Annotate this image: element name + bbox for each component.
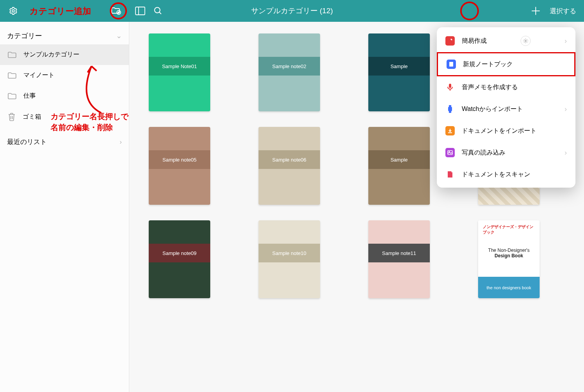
sidebar-recent-label: 最近のリスト	[7, 137, 47, 146]
sidebar-item-label: 仕事	[23, 92, 36, 100]
svg-rect-10	[449, 84, 451, 88]
notebook-sample-note06[interactable]: Sample note06	[259, 127, 320, 205]
notebook-sample-note10[interactable]: Sample note10	[259, 220, 320, 298]
note-subtitle-jp: ノンデザイナーズ・デザインブック	[483, 224, 535, 235]
settings-icon[interactable]	[8, 5, 19, 16]
notebook-sample-note02[interactable]: Sample note02	[259, 33, 320, 111]
menu-label: ドキュメントをインポート	[462, 127, 537, 135]
menu-voice-memo[interactable]: 音声メモを作成する	[437, 76, 575, 98]
note-title: Sample	[368, 57, 430, 76]
add-category-icon[interactable]	[111, 5, 121, 16]
page-title: サンプルカテゴリー (12)	[251, 6, 333, 16]
sidebar-item-label: ゴミ箱	[23, 113, 41, 121]
note-title: Sample	[368, 150, 430, 169]
menu-label: 新規ノートブック	[463, 60, 513, 69]
note-title: Sample note10	[259, 244, 320, 262]
menu-watch-import[interactable]: Watchからインポート ›	[437, 98, 575, 120]
sidebar-item-work[interactable]: 仕事	[0, 86, 129, 106]
sidebar-item-label: サンプルカテゴリー	[23, 51, 79, 59]
notebook-sample-note07[interactable]: Sample	[368, 127, 430, 205]
svg-rect-2	[135, 7, 145, 15]
sidebar-recent-list[interactable]: 最近のリスト ›	[0, 131, 129, 153]
note-title: Sample note06	[259, 150, 320, 169]
note-title: Sample note05	[149, 150, 210, 169]
menu-label: 写真の読み込み	[462, 149, 505, 157]
sidebar-heading-label: カテゴリー	[7, 31, 42, 40]
note-subtitle-en: The Non-Designer'sDesign Book	[478, 248, 540, 258]
notebook-sample-note01[interactable]: Sample Note01	[149, 33, 210, 111]
sidebar: カテゴリー ⌄ サンプルカテゴリー マイノート 仕事 ゴミ箱 最近のリスト ›	[0, 22, 129, 392]
content-area: Sample Note01 Sample note02 Sample Sampl…	[129, 22, 584, 392]
chevron-right-icon: ›	[565, 37, 567, 45]
note-title: Sample note02	[259, 57, 320, 76]
note-title: Sample note11	[368, 244, 430, 262]
svg-point-0	[12, 10, 14, 12]
notebook-non-designers-book[interactable]: ノンデザイナーズ・デザインブック The Non-Designer'sDesig…	[478, 220, 540, 298]
menu-import-document[interactable]: ドキュメントをインポート	[437, 120, 575, 142]
sidebar-item-trash[interactable]: ゴミ箱	[0, 106, 129, 127]
menu-label: 簡易作成	[462, 37, 487, 45]
menu-import-photo[interactable]: 写真の読み込み ›	[437, 142, 575, 163]
notebook-sample-note09[interactable]: Sample note09	[149, 220, 210, 298]
sidebar-item-label: マイノート	[23, 71, 55, 79]
menu-label: Watchからインポート	[462, 105, 523, 113]
menu-label: 音声メモを作成する	[462, 83, 518, 91]
menu-scan-document[interactable]: ドキュメントをスキャン	[437, 163, 575, 185]
app-header: サンプルカテゴリー (12) 選択する	[0, 0, 584, 22]
svg-point-8	[525, 40, 526, 42]
sidebar-heading[interactable]: カテゴリー ⌄	[0, 27, 129, 44]
svg-rect-9	[449, 62, 453, 67]
svg-rect-13	[449, 111, 451, 113]
sidebar-item-my-notes[interactable]: マイノート	[0, 65, 129, 86]
layout-toggle-icon[interactable]	[135, 5, 146, 16]
add-button[interactable]	[530, 5, 541, 16]
sidebar-item-sample-category[interactable]: サンプルカテゴリー	[0, 44, 129, 65]
menu-quick-create[interactable]: 簡易作成 ›	[437, 30, 575, 52]
notebook-sample-note11[interactable]: Sample note11	[368, 220, 430, 298]
select-button[interactable]: 選択する	[550, 7, 576, 16]
menu-new-notebook[interactable]: 新規ノートブック	[437, 52, 575, 76]
chevron-right-icon: ›	[120, 138, 122, 146]
note-title: Sample Note01	[149, 57, 210, 76]
search-icon[interactable]	[153, 5, 164, 16]
notebook-sample-note03[interactable]: Sample	[368, 33, 430, 111]
chevron-right-icon: ›	[565, 149, 567, 157]
svg-point-4	[155, 7, 160, 13]
menu-label: ドキュメントをスキャン	[462, 171, 530, 179]
notebook-sample-note05[interactable]: Sample note05	[149, 127, 210, 205]
gear-icon[interactable]	[521, 36, 531, 46]
add-menu-popup: 簡易作成 › 新規ノートブック 音声メモを作成する Watchからインポート ›…	[437, 27, 575, 188]
note-title: Sample note09	[149, 244, 210, 262]
note-footer: the non designers book	[478, 277, 540, 298]
svg-line-5	[159, 12, 161, 14]
svg-rect-11	[448, 107, 452, 111]
chevron-right-icon: ›	[565, 105, 567, 113]
svg-rect-12	[449, 105, 451, 107]
chevron-down-icon: ⌄	[116, 32, 122, 40]
